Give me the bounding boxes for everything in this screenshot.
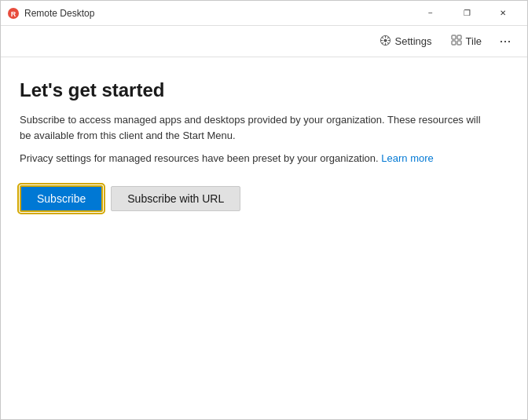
page-heading: Let's get started [20,79,508,101]
tile-icon [451,35,462,48]
settings-label: Settings [395,35,432,47]
maximize-button[interactable]: ❐ [449,1,485,26]
more-icon: ··· [499,33,511,49]
titlebar: R Remote Desktop − ❐ ✕ [1,1,527,26]
more-button[interactable]: ··· [493,29,518,54]
description-text: Subscribe to access managed apps and des… [20,112,491,143]
toolbar: Settings Tile ··· [1,26,527,57]
learn-more-link[interactable]: Learn more [381,152,433,164]
main-content: Let's get started Subscribe to access ma… [1,57,527,419]
privacy-statement: Privacy settings for managed resources h… [20,152,379,164]
svg-rect-7 [457,41,461,45]
privacy-text: Privacy settings for managed resources h… [20,151,508,166]
subscribe-button[interactable]: Subscribe [20,185,103,212]
close-button[interactable]: ✕ [485,1,521,26]
gear-icon [380,35,391,49]
settings-button[interactable]: Settings [372,31,440,52]
action-buttons: Subscribe Subscribe with URL [20,185,508,212]
window-controls: − ❐ ✕ [412,1,521,26]
app-title: Remote Desktop [24,8,412,19]
subscribe-url-button[interactable]: Subscribe with URL [111,186,240,211]
app-icon: R [7,7,20,20]
app-window: R Remote Desktop − ❐ ✕ Settings [0,0,528,420]
svg-rect-4 [452,35,456,39]
tile-label: Tile [466,35,482,47]
minimize-button[interactable]: − [412,1,449,26]
tile-button[interactable]: Tile [443,31,490,51]
svg-point-3 [383,38,387,42]
svg-rect-5 [457,35,461,39]
svg-text:R: R [11,10,16,18]
svg-rect-6 [452,41,456,45]
